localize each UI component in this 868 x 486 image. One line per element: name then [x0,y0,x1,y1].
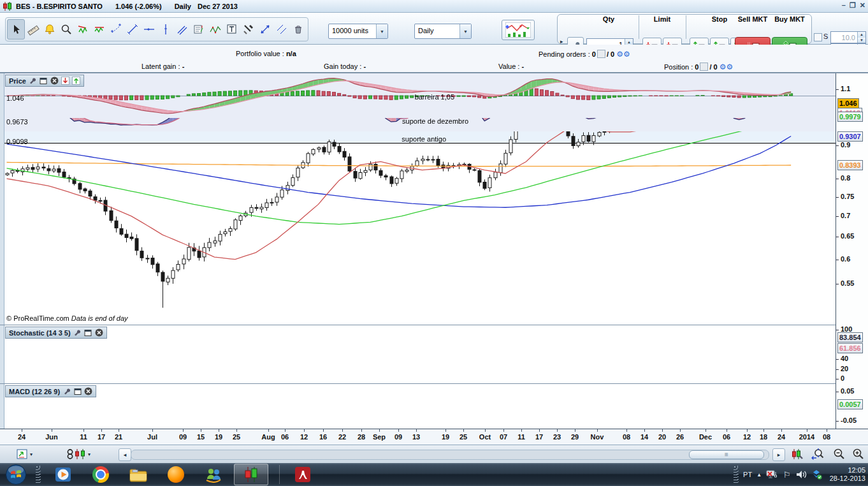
chevron-down-icon: ▾ [88,452,90,457]
link-charts-button[interactable]: ▾ [66,448,90,460]
network-disconnected-icon[interactable] [766,469,779,480]
zoom-in-button[interactable] [851,448,865,460]
zoom-out-button[interactable] [832,448,846,460]
collapse-arrow-icon[interactable]: ▸ [560,38,563,45]
action-center-flag-icon[interactable]: ⚐ [783,470,791,480]
alert-tool-button[interactable] [41,20,58,39]
taskbar-chrome[interactable] [83,464,118,485]
window-icon[interactable] [73,387,82,395]
trend-segment-button[interactable] [108,20,124,39]
pointer-tool-button[interactable] [7,19,25,40]
annotation-suporte-dezembro: suporte de dezembro [357,117,468,125]
taskbar-adobe-reader[interactable] [286,464,320,485]
language-indicator[interactable]: PT [743,471,752,478]
segment-icon [110,23,122,36]
minimize-icon[interactable]: – [842,1,846,10]
stepper-arrows[interactable]: ▲▼ [857,32,865,43]
zoom-selection-button[interactable] [811,448,826,460]
chevron-down-icon: ▼ [459,24,471,38]
wrench-icon[interactable] [73,328,82,337]
pattern-channel-button[interactable] [91,20,108,39]
trendline-button[interactable] [124,20,141,39]
export-chart-icon [17,448,29,460]
analysis-list-button[interactable] [191,20,207,39]
taskbar-firefox[interactable] [159,464,193,485]
start-button[interactable] [5,464,27,485]
zigzag-button[interactable] [207,20,224,39]
eraser-button[interactable] [290,20,307,39]
gear-icon[interactable]: ⚙⚙ [720,63,734,71]
arrow-up-icon[interactable] [72,77,80,85]
show-hidden-icons[interactable]: ▲ [756,472,762,478]
windows-start-icon [5,464,27,485]
copyright-note: © ProRealTime.com Data is end of day [6,314,128,322]
symbol-title: BES - B.ESPIRITO SANTO [16,3,103,10]
double-arrow-icon [259,23,271,36]
close-icon[interactable] [50,77,59,85]
latent-gain: Latent gain : - [141,63,184,70]
macd-panel-tab[interactable]: MACD (12 26 9) [5,385,96,397]
stochastic-panel-tab[interactable]: Stochastic (14 3 5) [5,327,107,339]
scrollbar-thumb[interactable]: ≡ [689,450,764,459]
close-icon[interactable] [84,387,92,395]
gear-icon[interactable]: ⚙⚙ [616,50,630,59]
taskbar-messenger[interactable] [196,464,231,485]
wrench-icon[interactable] [62,387,71,395]
taskbar-windows-explorer[interactable] [121,464,156,485]
scroll-left-button[interactable]: ◂ [119,448,131,461]
sell-mkt-label: Sell MKT [735,15,770,23]
date-label: Dec 27 2013 [198,3,238,10]
page-icon[interactable] [597,50,605,58]
list-chart-icon [192,23,205,36]
chart-settings-button[interactable] [790,448,804,460]
drawing-toolbar [5,17,308,41]
time-axis[interactable]: 24Jun111721Jul09151925Aug0612162228Sep09… [0,429,868,445]
stop-loss-value-stepper[interactable]: 10.0 ▲▼ [830,31,866,43]
messenger-icon [205,466,222,483]
macd-panel-title: MACD (12 26 9) [9,388,60,395]
restore-icon[interactable]: ❐ [850,1,856,10]
units-select[interactable]: 10000 units ▼ [328,24,388,39]
taskbar-prorealtime[interactable] [234,464,268,485]
text-tool-button[interactable] [224,20,240,39]
drawing-tools-button[interactable] [240,20,257,39]
prorealtime-icon [243,466,259,483]
text-icon [226,23,238,36]
wrench-icon[interactable] [29,77,37,85]
zoom-selection-icon [811,448,826,460]
taskbar-windows-media-player[interactable] [46,464,80,485]
extend-arrows-button[interactable] [257,20,273,39]
horizontal-line-button[interactable] [141,20,157,39]
title-bar[interactable]: BES - B.ESPIRITO SANTO 1.046 (-2.06%) Da… [0,0,868,13]
chart-style-button[interactable] [502,20,535,40]
vertical-line-button[interactable] [157,20,174,39]
period-select[interactable]: Daily ▼ [414,24,472,39]
parallel-channel-button[interactable] [174,20,191,39]
chart-scrollbar[interactable]: ≡ [131,450,769,460]
tools-icon [242,23,255,36]
system-tray: PT ▲ ⚐ 12:05 28-12-2013 [734,463,865,486]
parallel-lines-button[interactable] [273,20,290,39]
close-icon[interactable]: ✕ [860,1,865,10]
zigzag-icon [209,23,222,36]
step-down-icon[interactable]: ▼ [858,38,865,43]
price-axis[interactable]: 1.10.90.80.750.70.650.60.551.01130.99791… [835,73,868,429]
zoom-tool-button[interactable] [58,20,75,39]
dropbox-icon[interactable] [811,469,823,480]
stop-loss-checkbox[interactable] [814,33,822,41]
pattern-detection-button[interactable] [75,20,91,39]
arrow-down-icon[interactable] [61,77,69,85]
volume-icon[interactable] [795,469,807,480]
close-icon[interactable] [95,328,103,337]
scroll-right-button[interactable]: ▸ [772,448,785,461]
window-icon[interactable] [84,328,92,337]
price-panel-tab[interactable]: Price [5,75,84,87]
export-chart-button[interactable]: ▾ [17,448,33,460]
page-icon[interactable] [700,63,708,71]
step-up-icon[interactable]: ▲ [858,32,865,38]
taskbar-clock[interactable]: 12:05 28-12-2013 [827,466,865,483]
period-value: Daily [415,24,437,38]
position-info: Position : 0/ 0 ⚙⚙ [664,63,733,71]
window-icon[interactable] [40,77,48,85]
ruler-tool-button[interactable] [25,20,41,39]
